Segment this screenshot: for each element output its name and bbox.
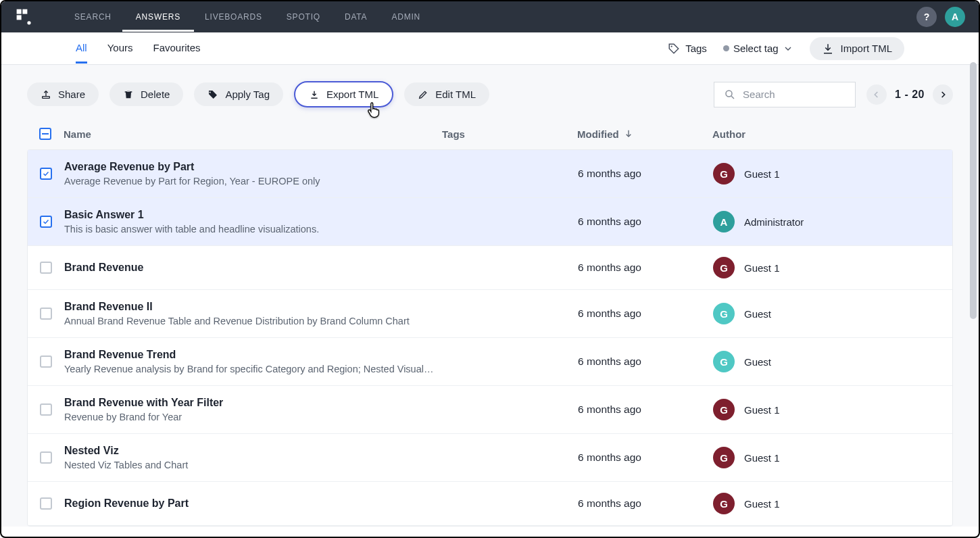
svg-rect-5 <box>43 96 50 98</box>
row-checkbox[interactable] <box>40 404 52 416</box>
row-checkbox[interactable] <box>40 497 52 510</box>
import-tml-label: Import TML <box>841 43 892 54</box>
table-row[interactable]: Brand Revenue6 months agoGGuest 1 <box>28 246 952 290</box>
nav-tab-admin[interactable]: ADMIN <box>391 3 420 31</box>
trash-icon <box>123 89 134 100</box>
tag-icon <box>207 89 218 100</box>
view-tab-favourites[interactable]: Favourites <box>153 34 200 63</box>
row-description: Revenue by Brand for Year <box>64 412 443 422</box>
table-row[interactable]: Region Revenue by Part6 months agoGGuest… <box>28 482 952 526</box>
row-modified: 6 months ago <box>578 168 641 180</box>
row-checkbox[interactable] <box>40 308 52 320</box>
author-avatar: G <box>713 163 735 185</box>
row-title: Nested Viz <box>64 445 443 457</box>
row-modified: 6 months ago <box>578 216 641 228</box>
select-all-checkbox[interactable] <box>39 128 51 140</box>
export-tml-label: Export TML <box>326 89 378 100</box>
apply-tag-button[interactable]: Apply Tag <box>194 82 283 106</box>
nav-tab-liveboards[interactable]: LIVEBOARDS <box>205 3 262 31</box>
row-title: Brand Revenue <box>64 262 443 274</box>
select-tag-dropdown[interactable]: Select tag <box>723 43 793 54</box>
search-box[interactable] <box>714 82 856 107</box>
row-checkbox[interactable] <box>40 168 52 180</box>
row-description: This is basic answer with table and head… <box>64 224 443 235</box>
column-name-header[interactable]: Name <box>64 128 442 140</box>
author-name: Guest <box>744 308 771 320</box>
row-checkbox[interactable] <box>40 451 52 464</box>
nav-tab-answers[interactable]: ANSWERS <box>136 3 180 31</box>
svg-line-7 <box>731 96 734 99</box>
view-tab-all[interactable]: All <box>76 34 87 63</box>
row-title: Brand Revenue with Year Filter <box>64 397 443 409</box>
share-button[interactable]: Share <box>27 82 99 106</box>
author-name: Administrator <box>744 216 804 228</box>
nav-tab-search[interactable]: SEARCH <box>74 3 112 31</box>
row-description: Yearly Revenue analysis by Brand for spe… <box>64 364 443 374</box>
user-avatar-button[interactable]: A <box>945 7 965 27</box>
nav-tabs: SEARCHANSWERSLIVEBOARDSSPOTIQDATAADMIN <box>74 3 420 31</box>
search-icon <box>724 89 736 101</box>
row-modified: 6 months ago <box>578 356 641 368</box>
edit-tml-button[interactable]: Edit TML <box>404 82 489 106</box>
author-name: Guest 1 <box>744 404 780 416</box>
author-name: Guest 1 <box>744 262 780 274</box>
delete-label: Delete <box>141 89 170 100</box>
column-author-header[interactable]: Author <box>712 128 941 140</box>
author-avatar: G <box>713 447 735 468</box>
row-title: Region Revenue by Part <box>64 497 443 510</box>
table-row[interactable]: Brand Revenue TrendYearly Revenue analys… <box>28 338 952 386</box>
select-tag-label: Select tag <box>733 43 779 54</box>
row-modified: 6 months ago <box>578 451 641 464</box>
apply-tag-label: Apply Tag <box>225 89 270 100</box>
column-tags-header[interactable]: Tags <box>442 128 577 140</box>
view-tab-yours[interactable]: Yours <box>107 34 133 63</box>
page-range-label: 1 - 20 <box>895 89 925 101</box>
author-name: Guest 1 <box>744 498 780 510</box>
view-tabs: AllYoursFavourites <box>76 34 201 63</box>
author-avatar: G <box>713 257 735 278</box>
help-button[interactable]: ? <box>916 7 937 27</box>
row-description: Nested Viz Tables and Chart <box>64 460 443 470</box>
row-modified: 6 months ago <box>578 308 641 320</box>
pencil-icon <box>418 89 428 100</box>
svg-rect-0 <box>17 9 22 14</box>
table-row[interactable]: Basic Answer 1This is basic answer with … <box>28 198 952 246</box>
column-modified-header[interactable]: Modified <box>577 128 712 140</box>
svg-point-4 <box>671 45 672 47</box>
scrollbar-thumb[interactable] <box>970 62 977 319</box>
svg-point-3 <box>27 21 30 24</box>
sort-desc-icon <box>623 128 634 139</box>
import-tml-button[interactable]: Import TML <box>810 37 904 60</box>
table-row[interactable]: Nested VizNested Viz Tables and Chart6 m… <box>28 434 952 482</box>
tags-button[interactable]: Tags <box>668 43 707 55</box>
action-toolbar: Share Delete Apply Tag Export TML Edit T… <box>1 65 979 121</box>
row-checkbox[interactable] <box>40 262 52 274</box>
import-icon <box>822 43 834 55</box>
row-checkbox[interactable] <box>40 216 52 228</box>
row-modified: 6 months ago <box>578 262 641 274</box>
pager: 1 - 20 <box>866 84 953 105</box>
nav-tab-data[interactable]: DATA <box>345 3 367 31</box>
edit-tml-label: Edit TML <box>435 89 476 100</box>
share-icon <box>41 89 51 100</box>
row-description: Annual Brand Revenue Table and Revenue D… <box>64 316 443 326</box>
nav-tab-spotiq[interactable]: SPOTIQ <box>287 3 320 31</box>
tag-color-dot-icon <box>723 45 729 51</box>
delete-button[interactable]: Delete <box>109 82 183 106</box>
row-modified: 6 months ago <box>578 404 641 416</box>
next-page-button[interactable] <box>933 84 953 105</box>
table-row[interactable]: Average Revenue by PartAverage Revenue b… <box>28 150 952 198</box>
answers-table: Average Revenue by PartAverage Revenue b… <box>27 149 953 527</box>
table-header: Name Tags Modified Author <box>27 121 953 149</box>
table-row[interactable]: Brand Revenue IIAnnual Brand Revenue Tab… <box>28 290 952 338</box>
prev-page-button[interactable] <box>866 84 887 105</box>
export-tml-button[interactable]: Export TML <box>294 81 393 107</box>
search-input[interactable] <box>743 89 846 100</box>
row-checkbox[interactable] <box>40 356 52 368</box>
author-name: Guest 1 <box>744 168 780 180</box>
svg-rect-2 <box>22 9 27 14</box>
table-row[interactable]: Brand Revenue with Year FilterRevenue by… <box>28 386 952 434</box>
tag-icon <box>668 43 680 55</box>
row-title: Average Revenue by Part <box>64 161 443 173</box>
brand-logo <box>15 7 34 26</box>
